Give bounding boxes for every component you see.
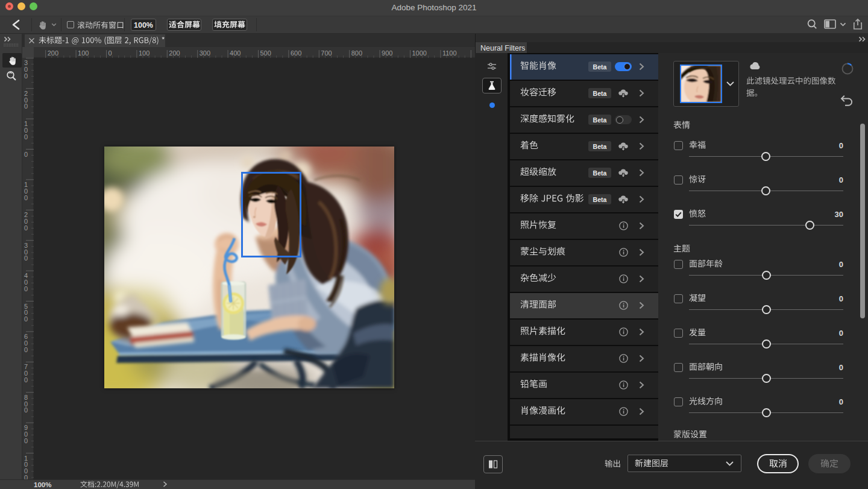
svg-text:0: 0 [24, 254, 28, 262]
svg-text:100: 100 [139, 49, 149, 57]
svg-text:0: 0 [108, 49, 112, 57]
svg-text:0: 0 [24, 474, 28, 479]
svg-text:900: 900 [382, 49, 392, 57]
svg-text:0: 0 [24, 194, 28, 201]
svg-text:200: 200 [169, 49, 180, 57]
svg-text:1000: 1000 [412, 49, 427, 57]
svg-text:0: 0 [24, 285, 28, 292]
svg-text:1100: 1100 [442, 49, 457, 57]
svg-text:200: 200 [48, 49, 58, 57]
svg-text:0: 0 [24, 315, 28, 323]
svg-text:0: 0 [24, 103, 28, 110]
svg-text:0: 0 [24, 437, 28, 444]
svg-text:0: 0 [24, 151, 28, 158]
svg-text:0: 0 [24, 376, 28, 383]
svg-text:600: 600 [291, 49, 301, 57]
svg-text:500: 500 [260, 49, 271, 57]
svg-text:800: 800 [351, 49, 362, 57]
svg-text:0: 0 [24, 224, 28, 232]
svg-text:300: 300 [200, 49, 210, 57]
svg-text:0: 0 [24, 406, 28, 414]
svg-text:100: 100 [78, 49, 89, 57]
svg-text:400: 400 [230, 49, 241, 57]
svg-text:0: 0 [24, 133, 28, 140]
svg-text:700: 700 [321, 49, 332, 57]
svg-text:0: 0 [24, 72, 28, 80]
svg-text:0: 0 [24, 346, 28, 353]
